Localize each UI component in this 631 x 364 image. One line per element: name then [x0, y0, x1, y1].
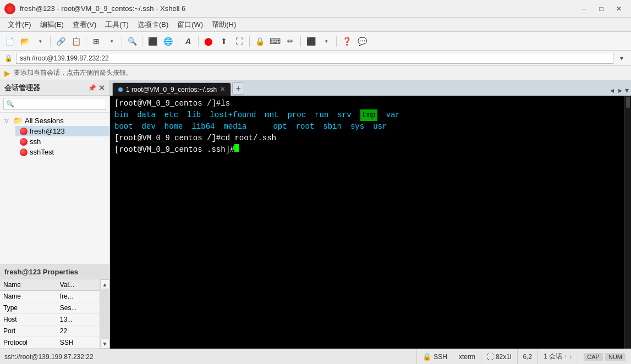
status-down-arrow[interactable]: ↓ — [569, 354, 572, 360]
properties-title: fresh@123 Properties — [0, 265, 109, 279]
menu-tab[interactable]: 选项卡(B) — [134, 19, 172, 31]
tools-dropdown2[interactable]: ▾ — [319, 34, 333, 48]
window-title: fresh@123 - root@VM_0_9_centos:~/.ssh - … — [20, 4, 185, 13]
fullscreen-button[interactable]: ⛶ — [232, 34, 246, 48]
terminal-line-5: [root@VM_0_9_centos .ssh]# — [114, 144, 620, 156]
tab-prev-button[interactable]: ◂ — [608, 86, 616, 95]
terminal-area[interactable]: [root@VM_0_9_centos /]# ls bin data etc … — [110, 96, 624, 349]
menu-help[interactable]: 帮助(H) — [208, 19, 239, 31]
terminal-line-3: boot dev home lib64 media opt root sbin … — [114, 121, 620, 133]
status-up-arrow[interactable]: ↑ — [564, 354, 567, 360]
sshtest-label: sshTest — [30, 148, 54, 156]
expand-icon: ▽ — [4, 118, 11, 124]
transfer-button[interactable]: ⬛ — [145, 34, 160, 48]
menu-file[interactable]: 文件(F) — [4, 19, 35, 31]
upload-button[interactable]: ⬆ — [217, 34, 231, 48]
main-area: 会话管理器 📌 ✕ 🔍 ▽ 📁 All Sessions fresh — [0, 80, 631, 349]
globe-button[interactable]: 🌐 — [161, 34, 175, 48]
tree-item-ssh[interactable]: ssh — [15, 136, 109, 147]
status-position: 6,2 — [517, 349, 538, 365]
session-panel-title: 会话管理器 — [4, 83, 40, 93]
toolbar-separator-5 — [178, 36, 178, 47]
open-button[interactable]: 📂 — [18, 34, 32, 48]
tools-button2[interactable]: ⬛ — [304, 34, 318, 48]
address-dropdown[interactable]: ▾ — [617, 53, 627, 63]
terminal-scrollbar[interactable] — [624, 96, 631, 349]
new-session-button[interactable]: 📄 — [2, 34, 17, 48]
close-button[interactable]: ✕ — [611, 3, 627, 14]
open-dropdown[interactable]: ▾ — [33, 34, 47, 48]
prop-row-type: Type Ses... — [0, 302, 100, 314]
ls-lib: lib — [187, 109, 201, 121]
layout-button[interactable]: ⊞ — [89, 34, 103, 48]
prompt-2: [root@VM_0_9_centos /]# — [114, 133, 221, 144]
ls-etc: etc — [164, 109, 178, 121]
tree-item-sshtest[interactable]: sshTest — [15, 147, 109, 157]
status-sessions: 1 会话 ↑ ↓ — [537, 349, 578, 365]
minimize-button[interactable]: ─ — [576, 3, 591, 14]
ls-var: var — [386, 109, 400, 121]
ls-dev: dev — [142, 121, 156, 133]
address-bar: 🔒 ▾ — [0, 51, 631, 66]
menu-edit[interactable]: 编辑(E) — [37, 19, 67, 31]
cap-label: CAP — [584, 353, 603, 361]
font-button[interactable]: A — [181, 34, 195, 48]
menu-window[interactable]: 窗口(W) — [174, 19, 206, 31]
scroll-up-arrow[interactable]: ▲ — [100, 279, 109, 289]
ls-bin: bin — [114, 109, 128, 121]
chat-button[interactable]: 💬 — [355, 34, 369, 48]
scroll-down-arrow[interactable]: ▼ — [100, 339, 109, 349]
tab-close-button[interactable]: ✕ — [220, 86, 225, 93]
layout-dropdown[interactable]: ▾ — [105, 34, 119, 48]
search-input-wrapper[interactable]: 🔍 — [3, 98, 106, 110]
toolbar-separator-3 — [122, 36, 122, 47]
prompt-1: [root@VM_0_9_centos /]# — [114, 98, 221, 109]
search-button[interactable]: 🔍 — [125, 34, 139, 48]
ls-sbin: sbin — [323, 121, 342, 133]
address-input[interactable] — [16, 53, 613, 64]
connect-button[interactable]: 🔗 — [53, 34, 68, 48]
tab-bar: 1 root@VM_0_9_centos:~/.ssh ✕ + ◂ ▸ ▾ — [110, 80, 631, 96]
active-tab[interactable]: 1 root@VM_0_9_centos:~/.ssh ✕ — [112, 82, 231, 96]
maximize-button[interactable]: □ — [594, 3, 609, 14]
keyboard-button[interactable]: ⌨ — [268, 34, 282, 48]
search-icon: 🔍 — [6, 100, 14, 108]
ls-usr: usr — [373, 121, 387, 133]
ls-home: home — [164, 121, 183, 133]
terminal-line-2: bin data etc lib lost+found mnt proc run… — [114, 109, 620, 121]
ls-srv: srv — [337, 109, 351, 121]
terminal-cursor — [234, 144, 239, 152]
ls-lib64: lib64 — [191, 121, 215, 133]
menu-tools[interactable]: 工具(T) — [102, 19, 132, 31]
tab-next-button[interactable]: ▸ — [617, 86, 624, 95]
ls-tmp: tmp — [360, 109, 377, 121]
lock-button[interactable]: 🔒 — [253, 34, 267, 48]
tree-item-all-sessions[interactable]: ▽ 📁 All Sessions — [0, 115, 109, 126]
add-tab-button[interactable]: + — [232, 82, 244, 95]
session-icon-fresh123 — [20, 128, 28, 135]
ssh-label: ssh — [30, 137, 41, 146]
status-dimensions: ⛶ 82x1i — [481, 349, 517, 365]
status-termtype: xterm — [453, 349, 481, 365]
script-button[interactable]: ✏ — [283, 34, 298, 48]
dimensions-icon: ⛶ — [487, 353, 493, 361]
stop-button[interactable]: ⬤ — [201, 34, 216, 48]
copy-button[interactable]: 📋 — [69, 34, 83, 48]
prop-row-protocol: Protocol SSH — [0, 337, 100, 349]
prop-port-name: Port — [0, 326, 57, 337]
prop-port-value: 22 — [57, 326, 100, 337]
pin-button[interactable]: 📌 — [88, 84, 96, 92]
toolbar: 📄 📂 ▾ 🔗 📋 ⊞ ▾ 🔍 ⬛ 🌐 A ⬤ ⬆ ⛶ 🔒 ⌨ ✏ ⬛ ▾ ❓ … — [0, 32, 631, 51]
help-button[interactable]: ❓ — [339, 34, 354, 48]
status-lock-icon: 🔒 — [423, 352, 431, 361]
tree-item-fresh123[interactable]: fresh@123 — [15, 126, 109, 136]
ls-sys: sys — [350, 121, 364, 133]
toolbar-separator-8 — [300, 36, 301, 47]
fresh123-label: fresh@123 — [30, 127, 65, 135]
session-panel-close[interactable]: ✕ — [98, 84, 105, 92]
toolbar-separator-9 — [336, 36, 337, 47]
menu-view[interactable]: 查看(V) — [69, 19, 100, 31]
tab-dropdown-button[interactable]: ▾ — [625, 86, 629, 95]
status-cap-num: CAP NUM — [578, 349, 631, 365]
prop-protocol-value: SSH — [57, 337, 100, 349]
